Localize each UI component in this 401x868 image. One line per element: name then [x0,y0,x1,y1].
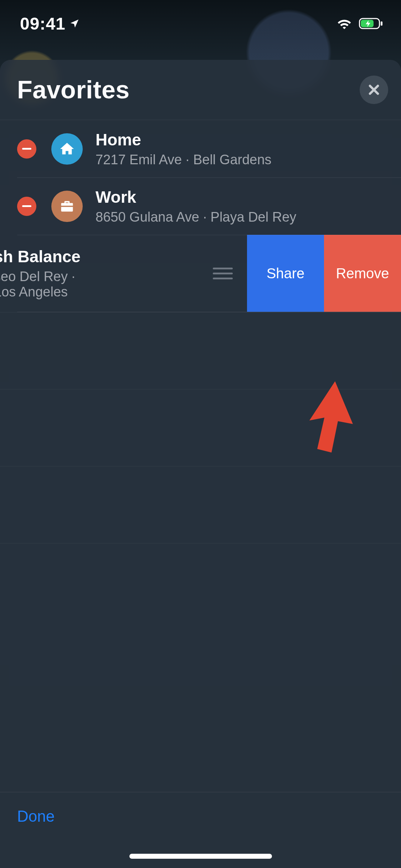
favorites-sheet: Favorites Home 7217 Emil Ave · Bell Gard… [0,60,401,868]
close-button[interactable] [360,76,388,104]
reorder-handle-icon[interactable] [213,268,233,279]
briefcase-icon [51,191,83,222]
favorite-title: sh Balance [0,247,97,266]
sheet-title: Favorites [17,76,130,104]
delete-row-button[interactable] [17,197,36,216]
svg-rect-2 [381,21,382,26]
home-icon [51,133,83,165]
status-bar: 09:41 [0,0,401,47]
battery-charging-icon [359,17,384,30]
done-button[interactable]: Done [17,807,55,825]
favorite-subtitle: 8650 Gulana Ave · Playa Del Rey [96,210,401,225]
location-arrow-icon [69,18,80,29]
swipe-actions: Share Remove [247,235,401,312]
favorite-subtitle: seo Del Rey · Los Angeles [0,269,97,300]
favorite-title: Work [96,187,401,207]
share-button[interactable]: Share [247,235,324,312]
remove-button[interactable]: Remove [324,235,401,312]
annotation-arrow-icon [292,378,360,460]
favorite-row-swiped[interactable]: sh Balance seo Del Rey · Los Angeles Sha… [0,235,401,312]
empty-rows [0,312,401,620]
favorite-row-work[interactable]: Work 8650 Gulana Ave · Playa Del Rey [0,177,401,235]
favorite-row-home[interactable]: Home 7217 Emil Ave · Bell Gardens [0,120,401,177]
delete-row-button[interactable] [17,139,36,159]
wifi-icon [336,17,353,30]
status-time: 09:41 [20,14,66,33]
favorite-subtitle: 7217 Emil Ave · Bell Gardens [96,152,401,167]
home-indicator[interactable] [129,854,272,859]
close-icon [367,83,381,97]
favorite-title: Home [96,130,401,149]
